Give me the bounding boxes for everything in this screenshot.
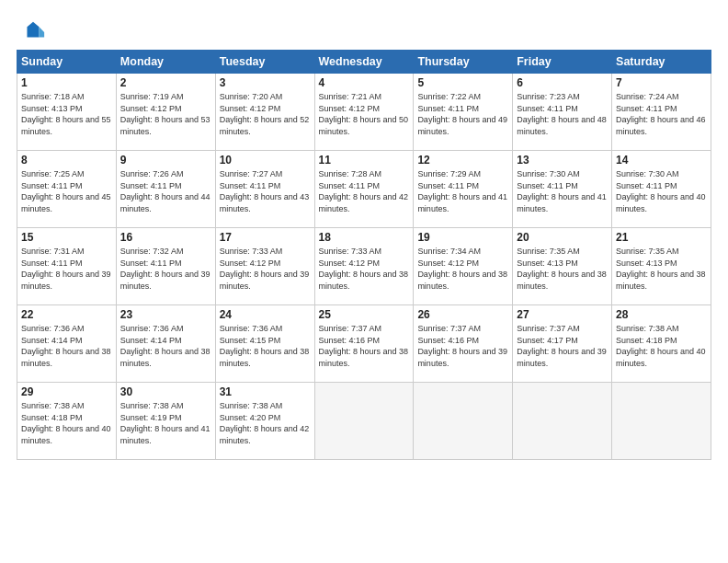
- cell-info: Sunrise: 7:25 AMSunset: 4:11 PMDaylight:…: [21, 169, 111, 213]
- logo-icon: [20, 18, 46, 44]
- day-header-thursday: Thursday: [414, 51, 513, 74]
- cell-info: Sunrise: 7:37 AMSunset: 4:17 PMDaylight:…: [517, 324, 607, 368]
- day-header-wednesday: Wednesday: [314, 51, 414, 74]
- calendar-cell: 25 Sunrise: 7:37 AMSunset: 4:16 PMDaylig…: [314, 305, 414, 383]
- day-number: 3: [220, 76, 311, 89]
- cell-info: Sunrise: 7:32 AMSunset: 4:11 PMDaylight:…: [120, 247, 210, 291]
- day-number: 1: [21, 76, 112, 89]
- calendar-cell: [314, 383, 414, 460]
- day-number: 30: [120, 385, 211, 398]
- calendar-week-4: 22 Sunrise: 7:36 AMSunset: 4:14 PMDaylig…: [17, 305, 711, 383]
- day-header-friday: Friday: [513, 51, 612, 74]
- calendar-cell: 8 Sunrise: 7:25 AMSunset: 4:11 PMDayligh…: [17, 151, 117, 228]
- cell-info: Sunrise: 7:36 AMSunset: 4:14 PMDaylight:…: [120, 324, 210, 368]
- day-number: 20: [517, 231, 608, 244]
- cell-info: Sunrise: 7:34 AMSunset: 4:12 PMDaylight:…: [417, 247, 507, 291]
- day-number: 4: [319, 76, 410, 89]
- calendar-cell: 17 Sunrise: 7:33 AMSunset: 4:12 PMDaylig…: [215, 228, 314, 305]
- calendar-cell: 9 Sunrise: 7:26 AMSunset: 4:11 PMDayligh…: [116, 151, 215, 228]
- cell-info: Sunrise: 7:36 AMSunset: 4:14 PMDaylight:…: [21, 324, 111, 368]
- day-number: 8: [21, 154, 112, 167]
- cell-info: Sunrise: 7:38 AMSunset: 4:18 PMDaylight:…: [21, 401, 111, 445]
- calendar-header-row: SundayMondayTuesdayWednesdayThursdayFrid…: [17, 51, 711, 74]
- calendar-cell: 26 Sunrise: 7:37 AMSunset: 4:16 PMDaylig…: [414, 305, 513, 383]
- cell-info: Sunrise: 7:28 AMSunset: 4:11 PMDaylight:…: [319, 169, 409, 213]
- calendar-cell: 12 Sunrise: 7:29 AMSunset: 4:11 PMDaylig…: [414, 151, 513, 228]
- calendar-week-2: 8 Sunrise: 7:25 AMSunset: 4:11 PMDayligh…: [17, 151, 711, 228]
- cell-info: Sunrise: 7:29 AMSunset: 4:11 PMDaylight:…: [417, 169, 507, 213]
- svg-marker-1: [40, 27, 45, 37]
- day-number: 26: [417, 308, 508, 321]
- cell-info: Sunrise: 7:18 AMSunset: 4:13 PMDaylight:…: [21, 92, 111, 136]
- cell-info: Sunrise: 7:23 AMSunset: 4:11 PMDaylight:…: [517, 92, 607, 136]
- day-number: 18: [319, 231, 410, 244]
- day-header-monday: Monday: [116, 51, 215, 74]
- cell-info: Sunrise: 7:33 AMSunset: 4:12 PMDaylight:…: [220, 247, 310, 291]
- day-number: 22: [21, 308, 112, 321]
- cell-info: Sunrise: 7:31 AMSunset: 4:11 PMDaylight:…: [21, 247, 111, 291]
- day-number: 27: [517, 308, 608, 321]
- calendar-cell: 19 Sunrise: 7:34 AMSunset: 4:12 PMDaylig…: [414, 228, 513, 305]
- calendar-cell: 23 Sunrise: 7:36 AMSunset: 4:14 PMDaylig…: [116, 305, 215, 383]
- cell-info: Sunrise: 7:35 AMSunset: 4:13 PMDaylight:…: [517, 247, 607, 291]
- cell-info: Sunrise: 7:38 AMSunset: 4:18 PMDaylight:…: [616, 324, 706, 368]
- calendar-cell: 21 Sunrise: 7:35 AMSunset: 4:13 PMDaylig…: [612, 228, 711, 305]
- cell-info: Sunrise: 7:35 AMSunset: 4:13 PMDaylight:…: [616, 247, 706, 291]
- day-number: 23: [120, 308, 211, 321]
- logo: [17, 18, 46, 44]
- day-header-sunday: Sunday: [17, 51, 117, 74]
- day-number: 24: [220, 308, 311, 321]
- calendar-cell: 13 Sunrise: 7:30 AMSunset: 4:11 PMDaylig…: [513, 151, 612, 228]
- calendar-cell: 30 Sunrise: 7:38 AMSunset: 4:19 PMDaylig…: [116, 383, 215, 460]
- cell-info: Sunrise: 7:20 AMSunset: 4:12 PMDaylight:…: [220, 92, 310, 136]
- cell-info: Sunrise: 7:19 AMSunset: 4:12 PMDaylight:…: [120, 92, 210, 136]
- cell-info: Sunrise: 7:37 AMSunset: 4:16 PMDaylight:…: [319, 324, 409, 368]
- calendar-cell: 29 Sunrise: 7:38 AMSunset: 4:18 PMDaylig…: [17, 383, 117, 460]
- cell-info: Sunrise: 7:24 AMSunset: 4:11 PMDaylight:…: [616, 92, 706, 136]
- day-number: 6: [517, 76, 608, 89]
- day-number: 12: [417, 154, 508, 167]
- calendar-cell: 22 Sunrise: 7:36 AMSunset: 4:14 PMDaylig…: [17, 305, 117, 383]
- day-number: 13: [517, 154, 608, 167]
- calendar-cell: 11 Sunrise: 7:28 AMSunset: 4:11 PMDaylig…: [314, 151, 414, 228]
- day-number: 14: [616, 154, 707, 167]
- cell-info: Sunrise: 7:38 AMSunset: 4:19 PMDaylight:…: [120, 401, 210, 445]
- day-number: 9: [120, 154, 211, 167]
- calendar-cell: 31 Sunrise: 7:38 AMSunset: 4:20 PMDaylig…: [215, 383, 314, 460]
- day-number: 5: [417, 76, 508, 89]
- calendar-cell: 4 Sunrise: 7:21 AMSunset: 4:12 PMDayligh…: [314, 74, 414, 151]
- cell-info: Sunrise: 7:27 AMSunset: 4:11 PMDaylight:…: [220, 169, 310, 213]
- day-number: 2: [120, 76, 211, 89]
- calendar-cell: 2 Sunrise: 7:19 AMSunset: 4:12 PMDayligh…: [116, 74, 215, 151]
- day-header-saturday: Saturday: [612, 51, 711, 74]
- day-number: 10: [220, 154, 311, 167]
- calendar-week-3: 15 Sunrise: 7:31 AMSunset: 4:11 PMDaylig…: [17, 228, 711, 305]
- day-number: 28: [616, 308, 707, 321]
- day-number: 7: [616, 76, 707, 89]
- cell-info: Sunrise: 7:21 AMSunset: 4:12 PMDaylight:…: [319, 92, 409, 136]
- calendar-cell: 24 Sunrise: 7:36 AMSunset: 4:15 PMDaylig…: [215, 305, 314, 383]
- calendar-cell: 3 Sunrise: 7:20 AMSunset: 4:12 PMDayligh…: [215, 74, 314, 151]
- cell-info: Sunrise: 7:30 AMSunset: 4:11 PMDaylight:…: [616, 169, 706, 213]
- calendar-cell: 10 Sunrise: 7:27 AMSunset: 4:11 PMDaylig…: [215, 151, 314, 228]
- calendar-cell: 27 Sunrise: 7:37 AMSunset: 4:17 PMDaylig…: [513, 305, 612, 383]
- svg-marker-0: [27, 22, 39, 38]
- calendar-cell: [414, 383, 513, 460]
- calendar-cell: 16 Sunrise: 7:32 AMSunset: 4:11 PMDaylig…: [116, 228, 215, 305]
- day-number: 25: [319, 308, 410, 321]
- day-number: 11: [319, 154, 410, 167]
- cell-info: Sunrise: 7:30 AMSunset: 4:11 PMDaylight:…: [517, 169, 607, 213]
- cell-info: Sunrise: 7:22 AMSunset: 4:11 PMDaylight:…: [417, 92, 507, 136]
- calendar-cell: 1 Sunrise: 7:18 AMSunset: 4:13 PMDayligh…: [17, 74, 117, 151]
- cell-info: Sunrise: 7:33 AMSunset: 4:12 PMDaylight:…: [319, 247, 409, 291]
- calendar-week-1: 1 Sunrise: 7:18 AMSunset: 4:13 PMDayligh…: [17, 74, 711, 151]
- calendar-week-5: 29 Sunrise: 7:38 AMSunset: 4:18 PMDaylig…: [17, 383, 711, 460]
- cell-info: Sunrise: 7:36 AMSunset: 4:15 PMDaylight:…: [220, 324, 310, 368]
- calendar-cell: 7 Sunrise: 7:24 AMSunset: 4:11 PMDayligh…: [612, 74, 711, 151]
- calendar-cell: 15 Sunrise: 7:31 AMSunset: 4:11 PMDaylig…: [17, 228, 117, 305]
- day-header-tuesday: Tuesday: [215, 51, 314, 74]
- day-number: 19: [417, 231, 508, 244]
- calendar-cell: [513, 383, 612, 460]
- calendar-cell: [612, 383, 711, 460]
- calendar-cell: 20 Sunrise: 7:35 AMSunset: 4:13 PMDaylig…: [513, 228, 612, 305]
